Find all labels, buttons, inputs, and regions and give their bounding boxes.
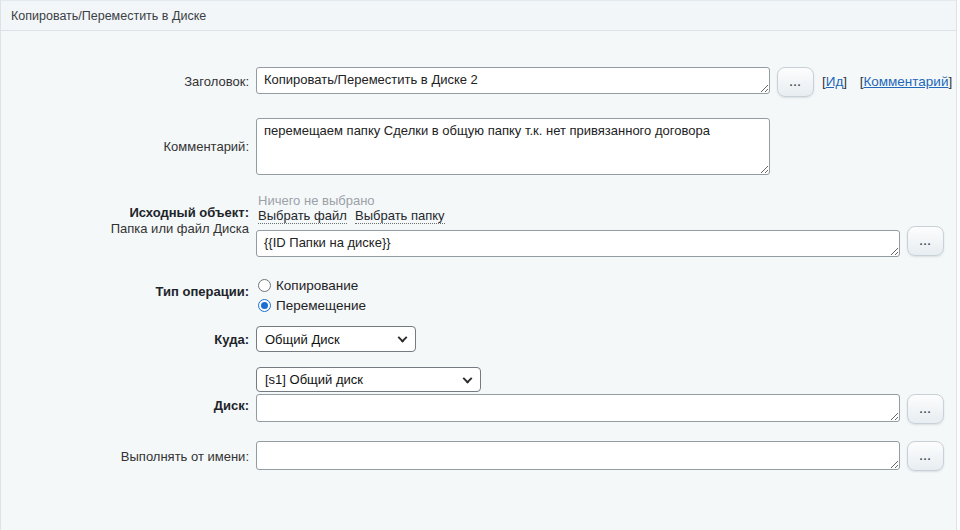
title-label: Заголовок: <box>1 74 249 89</box>
disk-select[interactable]: [s1] Общий диск <box>256 367 481 392</box>
destination-select-wrap: Общий Диск <box>256 326 416 352</box>
source-choose-links: Выбрать файл Выбрать папку <box>258 208 445 223</box>
comment-input[interactable]: перемещаем папку Сделки в общую папку т.… <box>256 118 770 175</box>
choose-folder-link[interactable]: Выбрать папку <box>355 208 445 224</box>
disk-select-wrap: [s1] Общий диск <box>256 367 481 392</box>
disk-more-button[interactable]: ... <box>907 394 944 424</box>
radio-option-move[interactable]: Перемещение <box>258 297 366 313</box>
destination-label: Куда: <box>1 332 249 347</box>
destination-select[interactable]: Общий Диск <box>256 326 416 352</box>
title-more-button[interactable]: ... <box>777 67 814 97</box>
panel-title: Копировать/Переместить в Диске <box>11 9 206 23</box>
comment-link[interactable]: Комментарий <box>863 74 948 89</box>
copy-radio-button[interactable] <box>258 279 271 292</box>
source-more-button[interactable]: ... <box>907 226 944 256</box>
move-radio-label: Перемещение <box>276 298 366 313</box>
operation-type-label: Тип операции: <box>1 284 249 299</box>
title-input[interactable]: Копировать/Переместить в Диске 2 <box>256 67 770 94</box>
id-link[interactable]: Ид <box>826 74 844 89</box>
copy-radio-label: Копирование <box>276 278 358 293</box>
source-nothing-selected-text: Ничего не выбрано <box>258 193 375 208</box>
source-label: Исходный объект: <box>1 205 249 220</box>
choose-file-link[interactable]: Выбрать файл <box>258 208 347 224</box>
disk-input[interactable] <box>256 394 900 422</box>
move-radio-button[interactable] <box>258 299 271 312</box>
run-as-input[interactable] <box>256 441 900 470</box>
disk-label: Диск: <box>1 398 249 413</box>
id-link-bracket-close: ] <box>843 74 847 89</box>
run-as-more-button[interactable]: ... <box>907 441 944 471</box>
comment-link-bracket-close: ] <box>948 74 952 89</box>
comment-label: Комментарий: <box>1 139 249 154</box>
radio-option-copy[interactable]: Копирование <box>258 277 358 293</box>
activity-settings-panel: Копировать/Переместить в Диске Заголовок… <box>0 0 957 530</box>
source-sublabel: Папка или файл Диска <box>1 221 249 236</box>
run-as-label: Выполнять от имени: <box>1 449 249 464</box>
source-id-input[interactable]: {{ID Папки на диске}} <box>256 230 900 257</box>
title-links: [Ид] [Комментарий] <box>822 74 952 89</box>
panel-titlebar: Копировать/Переместить в Диске <box>1 1 956 31</box>
